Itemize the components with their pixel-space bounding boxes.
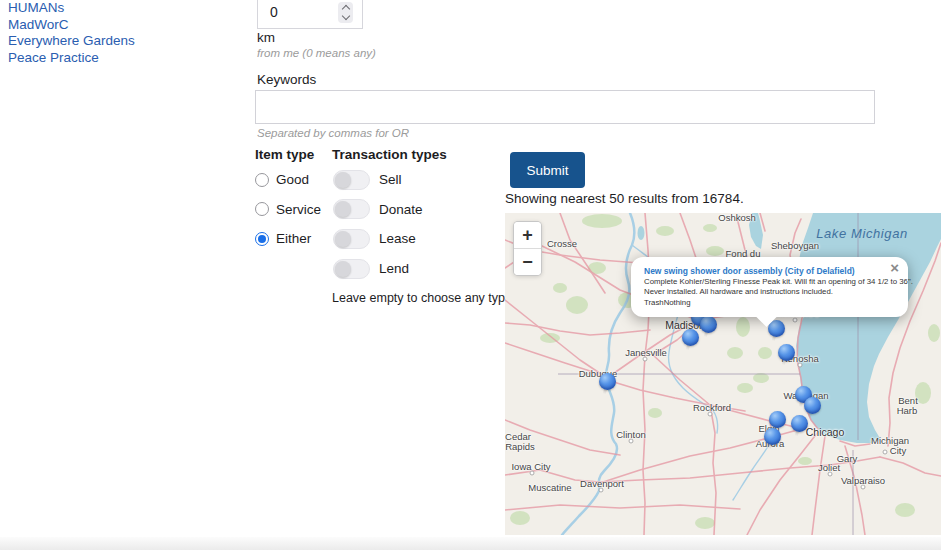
keywords-hint: Separated by commas for OR — [257, 127, 409, 139]
sidebar-link[interactable]: Peace Practice — [8, 50, 135, 67]
map-place-label: Muscatine — [528, 482, 571, 493]
toggle-knob — [335, 201, 351, 217]
transaction-type-label: Sell — [379, 172, 402, 187]
map-place-label: Lake Michigan — [816, 226, 908, 241]
sidebar-nav: HUMANsMadWorCEverywhere GardensPeace Pra… — [8, 0, 135, 66]
toggle-switch[interactable] — [333, 259, 370, 279]
popup-item-link[interactable]: New swing shower door assembly (City of … — [644, 266, 884, 277]
map-zoom-control: + − — [513, 221, 542, 276]
distance-input[interactable]: 0 — [257, 0, 363, 29]
item-type-group: GoodServiceEither — [255, 165, 321, 254]
distance-value: 0 — [258, 4, 338, 20]
item-type-option-label: Good — [276, 172, 309, 187]
sidebar-link[interactable]: Everywhere Gardens — [8, 33, 135, 50]
transaction-type-label: Lend — [379, 261, 409, 276]
toggle-knob — [335, 172, 351, 188]
sidebar-link[interactable]: MadWorC — [8, 17, 135, 34]
submit-button[interactable]: Submit — [510, 152, 585, 188]
item-type-label: Item type — [255, 147, 314, 162]
sidebar-link[interactable]: HUMANs — [8, 0, 135, 17]
toggle-switch[interactable] — [333, 170, 370, 190]
item-type-option-label: Service — [276, 202, 321, 217]
map-place-label: Rapids — [505, 441, 535, 452]
popup-text-line: Never installed. All hardware and instru… — [644, 287, 884, 298]
results-status: Showing nearest 50 results from 16784. — [505, 191, 744, 206]
toggle-switch[interactable] — [333, 229, 370, 249]
map-place-label: Gary — [837, 453, 858, 464]
item-type-option[interactable]: Service — [255, 195, 321, 225]
popup-text-line: TrashNothing — [644, 298, 884, 309]
keywords-label: Keywords — [257, 72, 316, 87]
radio-icon[interactable] — [255, 202, 269, 216]
transaction-type-option: Lease — [333, 224, 423, 254]
marker-ball — [682, 329, 699, 346]
radio-checked-icon[interactable] — [255, 232, 269, 246]
transaction-type-label: Donate — [379, 202, 423, 217]
close-icon[interactable]: × — [890, 260, 899, 276]
transaction-types-group: SellDonateLeaseLend — [333, 165, 423, 283]
map-place-label: Davenport — [580, 478, 624, 489]
toggle-knob — [335, 261, 351, 277]
popup-text-line: Complete Kohler/Sterling Finesse Peak ki… — [644, 277, 884, 288]
map-place-label: Iowa City — [511, 461, 550, 472]
map-place-label: Sheboygan — [771, 240, 819, 251]
zoom-out-button[interactable]: − — [514, 248, 541, 275]
map-place-label: Valparaiso — [841, 475, 885, 486]
distance-hint: from me (0 means any) — [257, 47, 376, 59]
zoom-in-button[interactable]: + — [514, 222, 541, 248]
map-popup: New swing shower door assembly (City of … — [631, 257, 908, 317]
keywords-input[interactable] — [255, 90, 875, 124]
popup-body: Complete Kohler/Sterling Finesse Peak ki… — [644, 277, 884, 309]
radio-icon[interactable] — [255, 173, 269, 187]
map-place-label: Clinton — [616, 429, 646, 440]
marker-ball — [764, 428, 781, 445]
transaction-types-hint: Leave empty to choose any type — [332, 291, 512, 305]
transaction-type-option: Lend — [333, 254, 423, 284]
results-map[interactable]: CrosseOshkoshSheboyganLake MichiganFond … — [505, 213, 941, 535]
transaction-type-option: Sell — [333, 165, 423, 195]
map-place-label: Oshkosh — [718, 213, 756, 223]
item-type-option-label: Either — [276, 231, 311, 246]
marker-ball — [778, 344, 795, 361]
marker-ball — [804, 397, 821, 414]
map-place-label: Rockford — [693, 402, 731, 413]
map-place-label: Harb — [897, 405, 918, 416]
marker-ball — [791, 415, 808, 432]
map-place-label: Janesville — [625, 347, 667, 358]
transaction-types-label: Transaction types — [332, 147, 447, 162]
map-place-label: City — [890, 445, 906, 456]
transaction-type-label: Lease — [379, 231, 416, 246]
transaction-type-option: Donate — [333, 195, 423, 225]
toggle-switch[interactable] — [333, 199, 370, 219]
distance-unit-label: km — [257, 30, 275, 45]
marker-ball — [599, 373, 616, 390]
map-place-label: Chicago — [806, 426, 845, 438]
marker-ball — [769, 411, 786, 428]
number-stepper[interactable] — [338, 2, 353, 23]
item-type-option[interactable]: Good — [255, 165, 321, 195]
page-footer — [0, 537, 941, 550]
stepper-down-icon[interactable] — [341, 11, 349, 19]
map-place-label: Crosse — [547, 238, 577, 249]
marker-ball — [700, 316, 717, 333]
item-type-option[interactable]: Either — [255, 224, 321, 254]
toggle-knob — [335, 231, 351, 247]
